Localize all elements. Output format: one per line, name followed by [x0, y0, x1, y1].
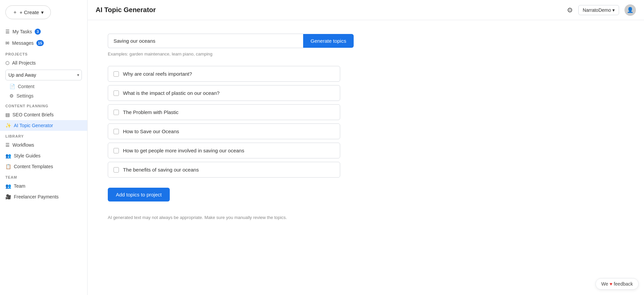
topic-checkbox-5[interactable]	[114, 148, 119, 153]
workspace-dropdown-icon: ▾	[612, 7, 615, 13]
sidebar-item-all-projects[interactable]: ⬡ All Projects	[0, 58, 87, 68]
all-projects-label: All Projects	[12, 60, 36, 66]
project-selector[interactable]: Up and Away Project B ▾	[0, 68, 87, 82]
content-icon: 📄	[9, 84, 15, 89]
project-dropdown[interactable]: Up and Away Project B	[5, 70, 82, 80]
settings-label: Settings	[17, 93, 34, 99]
messages-label: Messages	[12, 40, 34, 46]
topic-item-4[interactable]: How to Save our Oceans	[108, 123, 340, 139]
style-guides-label: Style Guides	[14, 153, 40, 158]
sidebar-item-content[interactable]: 📄 Content	[0, 82, 87, 91]
topic-checkbox-6[interactable]	[114, 167, 119, 173]
search-hint: Examples: garden maintenance, learn pian…	[108, 51, 624, 57]
sidebar-item-workflows[interactable]: ☰ Workflows	[0, 140, 87, 150]
topic-item-1[interactable]: Why are coral reefs important?	[108, 66, 340, 82]
topic-label-6: The benefits of saving our oceans	[123, 167, 199, 173]
topic-label-2: What is the impact of plastic on our oce…	[123, 90, 220, 96]
workspace-selector[interactable]: NarratoDemo ▾	[578, 5, 619, 15]
create-arrow-icon: ▾	[41, 9, 44, 15]
plus-icon: ＋	[12, 9, 18, 15]
workflows-label: Workflows	[12, 142, 34, 148]
templates-icon: 📋	[5, 164, 11, 169]
disclaimer-text: AI generated text may not always be appr…	[108, 215, 624, 220]
sidebar-item-content-templates[interactable]: 📋 Content Templates	[0, 161, 87, 172]
content-planning-section-label: CONTENT PLANNING	[0, 101, 87, 109]
sidebar-item-team[interactable]: 👥 Team	[0, 181, 87, 191]
topic-label-5: How to get people more involved in savin…	[123, 148, 244, 153]
seo-briefs-label: SEO Content Briefs	[12, 112, 54, 117]
messages-badge: 15	[36, 40, 44, 46]
topic-checkbox-3[interactable]	[114, 110, 119, 115]
workflows-icon: ☰	[5, 142, 10, 148]
settings-button[interactable]: ⚙	[567, 6, 573, 14]
sidebar-item-messages[interactable]: ✉ Messages 15	[0, 37, 87, 49]
topic-checkbox-1[interactable]	[114, 71, 119, 77]
content-templates-label: Content Templates	[14, 164, 53, 169]
page-title: AI Topic Generator	[96, 6, 156, 14]
avatar-button[interactable]: 👤	[624, 4, 636, 16]
my-tasks-label: My Tasks	[12, 29, 32, 34]
library-section-label: LIBRARY	[0, 131, 87, 140]
topic-item-2[interactable]: What is the impact of plastic on our oce…	[108, 85, 340, 101]
team-icon: 👥	[5, 183, 11, 189]
create-button[interactable]: ＋ + Create ▾	[5, 5, 51, 19]
avatar-icon: 👤	[627, 7, 634, 13]
sidebar-item-ai-topic-generator[interactable]: ✨ AI Topic Generator	[0, 120, 87, 131]
sidebar: ＋ + Create ▾ ☰ My Tasks 3 ✉ Messages 15 …	[0, 0, 88, 295]
create-section: ＋ + Create ▾	[5, 5, 82, 19]
tasks-icon: ☰	[5, 29, 10, 34]
sidebar-item-settings[interactable]: ⚙ Settings	[0, 91, 87, 101]
ai-topic-icon: ✨	[5, 123, 11, 128]
search-row: Generate topics	[108, 34, 624, 48]
topics-list: Why are coral reefs important? What is t…	[108, 66, 624, 178]
topic-item-3[interactable]: The Problem with Plastic	[108, 104, 340, 120]
sidebar-item-style-guides[interactable]: 👥 Style Guides	[0, 150, 87, 161]
payments-icon: 🎥	[5, 194, 11, 199]
topic-checkbox-2[interactable]	[114, 90, 119, 96]
main-area: AI Topic Generator ⚙ NarratoDemo ▾ 👤 Gen…	[88, 0, 644, 295]
settings-icon: ⚙	[9, 93, 14, 99]
feedback-we-text: We	[601, 281, 608, 287]
sidebar-item-freelancer-payments[interactable]: 🎥 Freelancer Payments	[0, 191, 87, 202]
sidebar-item-my-tasks[interactable]: ☰ My Tasks 3	[0, 26, 87, 37]
seo-icon: ▤	[5, 112, 10, 117]
heart-icon: ♥	[610, 281, 612, 287]
gear-icon: ⚙	[567, 6, 573, 14]
topic-label-4: How to Save our Oceans	[123, 128, 179, 134]
topic-checkbox-4[interactable]	[114, 129, 119, 134]
messages-icon: ✉	[5, 40, 9, 46]
topic-label-1: Why are coral reefs important?	[123, 71, 192, 77]
generate-topics-button[interactable]: Generate topics	[303, 34, 354, 48]
workspace-name: NarratoDemo	[583, 7, 611, 13]
team-item-label: Team	[14, 183, 25, 189]
sidebar-item-seo-briefs[interactable]: ▤ SEO Content Briefs	[0, 109, 87, 120]
ai-topic-label: AI Topic Generator	[14, 123, 53, 128]
topic-label-3: The Problem with Plastic	[123, 109, 179, 115]
feedback-link[interactable]: feedback	[614, 281, 633, 287]
topic-item-5[interactable]: How to get people more involved in savin…	[108, 143, 340, 158]
content-area: Generate topics Examples: garden mainten…	[88, 20, 644, 295]
topic-item-6[interactable]: The benefits of saving our oceans	[108, 162, 340, 178]
create-label: + Create	[20, 9, 39, 15]
header-right: ⚙ NarratoDemo ▾ 👤	[567, 4, 636, 16]
my-tasks-badge: 3	[35, 29, 41, 35]
content-label: Content	[18, 84, 34, 89]
topic-search-input[interactable]	[108, 34, 303, 48]
add-topics-button[interactable]: Add topics to project	[108, 188, 170, 201]
all-projects-icon: ⬡	[5, 60, 9, 66]
feedback-bar[interactable]: We ♥ feedback	[595, 278, 639, 290]
style-guides-icon: 👥	[5, 153, 11, 158]
freelancer-payments-label: Freelancer Payments	[14, 194, 59, 199]
header: AI Topic Generator ⚙ NarratoDemo ▾ 👤	[88, 0, 644, 20]
team-section-label: TEAM	[0, 172, 87, 181]
projects-section-label: PROJECTS	[0, 49, 87, 58]
